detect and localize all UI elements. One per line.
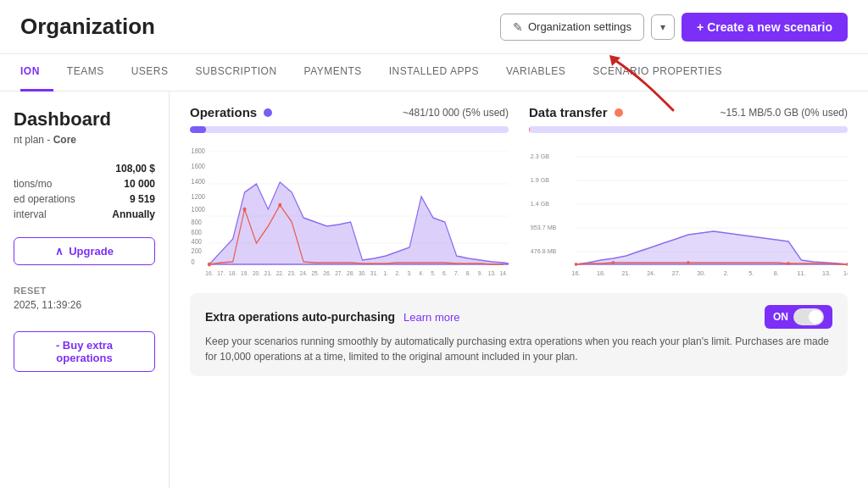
data-transfer-progress-bar [529,126,848,133]
svg-text:1400: 1400 [192,177,206,186]
svg-text:24.: 24. [647,269,655,277]
svg-text:30.: 30. [359,269,366,277]
org-settings-button[interactable]: ✎ Organization settings [500,14,644,41]
svg-text:5.: 5. [748,269,754,277]
svg-text:400: 400 [192,237,203,246]
svg-text:22.: 22. [276,269,284,277]
svg-text:1.: 1. [384,269,388,277]
org-settings-dropdown-button[interactable]: ▾ [651,14,675,40]
svg-point-15 [208,263,211,267]
svg-text:11.: 11. [797,269,805,277]
stat-interval-value: Annually [112,208,155,220]
svg-point-56 [612,261,615,264]
toggle-on-label: ON [773,311,788,323]
toggle-box [793,308,824,325]
tab-variables[interactable]: VARIABLES [492,54,579,92]
svg-text:28.: 28. [347,269,354,277]
svg-text:24.: 24. [300,269,308,277]
tab-installed-apps[interactable]: INSTALLED APPS [376,54,492,92]
operations-chart-header: Operations ~481/10 000 (5% used) [190,105,509,119]
tab-teams[interactable]: TEAMS [53,54,118,92]
svg-point-55 [575,263,578,266]
svg-text:800: 800 [192,218,203,226]
svg-text:31.: 31. [370,269,378,277]
learn-more-link[interactable]: Learn more [403,311,459,324]
svg-text:3.: 3. [407,269,411,277]
reset-date: 2025, 11:39:26 [14,299,155,311]
svg-text:23.: 23. [288,269,296,277]
extra-ops-header: Extra operations auto-purchasing Learn m… [205,305,832,329]
operations-dot-icon [264,108,272,117]
page-title: Organization [20,14,155,40]
data-transfer-chart-section: Data transfer ~15.1 MB/5.0 GB (0% used) … [529,105,848,280]
svg-text:16.: 16. [205,269,213,277]
svg-text:8.: 8. [466,269,470,277]
stat-used-ops-value: 9 519 [130,193,155,205]
svg-text:5.: 5. [431,269,435,277]
svg-text:27.: 27. [672,269,681,277]
stat-used-ops-label: ed operations [14,193,75,205]
svg-point-58 [787,262,790,265]
dashboard-title: Dashboard [14,108,155,130]
svg-point-59 [846,263,848,266]
buy-extra-operations-button[interactable]: - Buy extra operations [14,331,155,372]
upgrade-button[interactable]: ∧ Upgrade [14,237,155,265]
stat-ops-mo: tions/mo 10 000 [14,178,155,190]
svg-point-57 [687,261,690,264]
auto-purchase-toggle[interactable]: ON [765,305,832,329]
extra-ops-section: Extra operations auto-purchasing Learn m… [190,293,848,376]
svg-text:21.: 21. [622,269,631,277]
stat-price: 108,00 $ [14,163,155,175]
tab-users[interactable]: USERS [118,54,182,92]
operations-chart-section: Operations ~481/10 000 (5% used) 1800 16… [190,105,509,280]
svg-text:953.7 MB: 953.7 MB [531,224,557,231]
svg-text:18.: 18. [597,269,605,277]
tab-scenario-properties[interactable]: SCENARIO PROPERTIES [579,54,736,92]
create-scenario-button[interactable]: + Create a new scenario [682,13,848,42]
nav-tabs: ION TEAMS USERS SUBSCRIPTION PAYMENTS IN… [0,54,868,92]
svg-text:9.: 9. [478,269,482,277]
svg-text:476.8 MB: 476.8 MB [531,247,557,255]
svg-text:8.: 8. [774,269,779,277]
data-transfer-chart-title: Data transfer [529,105,608,119]
svg-text:13.: 13. [822,269,831,277]
svg-text:600: 600 [192,228,203,236]
svg-text:0: 0 [192,258,195,266]
svg-point-17 [278,203,281,208]
stat-used-ops: ed operations 9 519 [14,193,155,205]
svg-text:2.3 GB: 2.3 GB [531,152,549,160]
svg-text:13.: 13. [488,269,496,277]
svg-text:1.9 GB: 1.9 GB [531,176,549,184]
tab-subscription[interactable]: SUBSCRIPTION [182,54,291,92]
extra-ops-description: Keep your scenarios running smoothly by … [205,334,832,364]
data-transfer-chart-header: Data transfer ~15.1 MB/5.0 GB (0% used) [529,105,848,119]
svg-text:25.: 25. [311,269,319,277]
operations-chart-svg: 1800 1600 1400 1200 1000 800 600 400 200… [190,141,509,277]
edit-icon: ✎ [513,20,523,34]
tab-payments[interactable]: PAYMENTS [291,54,376,92]
svg-text:17.: 17. [217,269,225,277]
svg-text:7.: 7. [454,269,459,277]
operations-progress-fill [190,126,206,133]
stat-ops-mo-label: tions/mo [14,178,52,190]
svg-text:16.: 16. [572,269,581,277]
svg-text:26.: 26. [323,269,331,277]
reset-section: reset 2025, 11:39:26 [14,286,155,311]
svg-text:1800: 1800 [192,147,206,155]
tab-ion[interactable]: ION [20,54,53,92]
toggle-knob [809,310,822,324]
svg-text:4.: 4. [419,269,423,277]
svg-text:18.: 18. [229,269,236,277]
extra-ops-title: Extra operations auto-purchasing [205,310,395,324]
stat-interval: interval Annually [14,208,155,220]
svg-text:2.: 2. [395,269,399,277]
svg-text:200: 200 [192,247,203,255]
svg-text:1200: 1200 [192,192,206,201]
stats-section: 108,00 $ tions/mo 10 000 ed operations 9… [14,163,155,220]
operations-progress-bar [190,126,509,133]
charts-row: Operations ~481/10 000 (5% used) 1800 16… [190,105,848,280]
plan-info: nt plan - Core [14,134,155,146]
content-area: Operations ~481/10 000 (5% used) 1800 16… [170,92,868,488]
data-transfer-progress-fill [529,126,530,133]
data-transfer-dot-icon [615,108,623,117]
